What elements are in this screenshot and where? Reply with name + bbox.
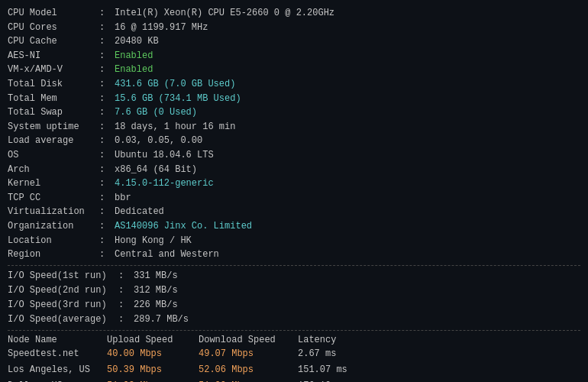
node-name: Speedtest.net bbox=[8, 346, 107, 362]
io-row: I/O Speed(3rd run): 226 MB/s bbox=[8, 298, 580, 312]
speedtest-section: Node NameUpload SpeedDownload SpeedLaten… bbox=[8, 334, 580, 382]
speedtest-row: Dallas, US51.93 Mbps51.00 Mbps176.10 ms bbox=[8, 378, 580, 382]
row-value: 18 days, 1 hour 16 min bbox=[115, 120, 235, 134]
row-label: System uptime bbox=[8, 120, 99, 134]
upload-speed: 40.00 Mbps bbox=[107, 346, 199, 362]
row-value: 7.6 GB (0 Used) bbox=[115, 105, 197, 120]
row-label: Arch bbox=[8, 163, 99, 177]
divider-2 bbox=[8, 330, 580, 331]
io-value: 226 MB/s bbox=[134, 298, 178, 312]
row-label: Total Swap bbox=[8, 105, 99, 120]
row-value: bbr bbox=[115, 191, 131, 206]
speedtest-row: Los Angeles, US50.39 Mbps52.06 Mbps151.0… bbox=[8, 362, 580, 378]
speedtest-header-1: Upload Speed bbox=[107, 334, 199, 346]
row-label: TCP CC bbox=[8, 191, 99, 206]
io-row: I/O Speed(1st run): 331 MB/s bbox=[8, 269, 580, 283]
latency: 2.67 ms bbox=[298, 346, 580, 362]
io-label: I/O Speed(3rd run) bbox=[8, 298, 118, 312]
row-value: 0.03, 0.05, 0.00 bbox=[115, 134, 202, 148]
download-speed: 52.06 Mbps bbox=[199, 362, 298, 378]
row-value: Intel(R) Xeon(R) CPU E5-2660 0 @ 2.20GHz bbox=[115, 6, 334, 21]
row-value: Hong Kong / HK bbox=[115, 234, 192, 248]
system-info-row: Kernel: 4.15.0-112-generic bbox=[8, 176, 580, 191]
system-info-row: CPU Cores: 16 @ 1199.917 MHz bbox=[8, 21, 580, 35]
latency: 176.10 ms bbox=[298, 378, 580, 382]
row-label: Kernel bbox=[8, 176, 99, 191]
system-info-row: Load average: 0.03, 0.05, 0.00 bbox=[8, 134, 580, 148]
io-label: I/O Speed(average) bbox=[8, 312, 118, 327]
system-info-row: Organization: AS140096 Jinx Co. Limited bbox=[8, 219, 580, 234]
system-info-row: Region: Central and Western bbox=[8, 248, 580, 262]
row-label: CPU Cache bbox=[8, 34, 99, 49]
latency: 151.07 ms bbox=[298, 362, 580, 378]
row-value: Enabled bbox=[115, 63, 153, 77]
io-row: I/O Speed(2nd run): 312 MB/s bbox=[8, 283, 580, 298]
row-label: Region bbox=[8, 248, 99, 262]
system-info-row: VM-x/AMD-V: Enabled bbox=[8, 63, 580, 77]
row-label: Location bbox=[8, 234, 99, 248]
io-value: 289.7 MB/s bbox=[134, 312, 189, 327]
io-value: 331 MB/s bbox=[134, 269, 178, 283]
row-value: 16 @ 1199.917 MHz bbox=[115, 21, 208, 35]
system-info-row: Arch: x86_64 (64 Bit) bbox=[8, 163, 580, 177]
row-value: Central and Western bbox=[115, 248, 219, 262]
speedtest-header-0: Node Name bbox=[8, 334, 107, 346]
system-info-row: Total Mem: 15.6 GB (734.1 MB Used) bbox=[8, 92, 580, 106]
speedtest-row: Speedtest.net40.00 Mbps49.07 Mbps2.67 ms bbox=[8, 346, 580, 362]
upload-speed: 51.93 Mbps bbox=[107, 378, 199, 382]
row-label: CPU Model bbox=[8, 6, 99, 21]
io-label: I/O Speed(2nd run) bbox=[8, 283, 118, 298]
system-info-row: Location: Hong Kong / HK bbox=[8, 234, 580, 248]
system-info-row: Total Swap: 7.6 GB (0 Used) bbox=[8, 105, 580, 120]
row-value: Enabled bbox=[115, 49, 153, 63]
io-label: I/O Speed(1st run) bbox=[8, 269, 118, 283]
system-info-row: AES-NI: Enabled bbox=[8, 49, 580, 63]
io-row: I/O Speed(average): 289.7 MB/s bbox=[8, 312, 580, 327]
row-label: Total Disk bbox=[8, 77, 99, 92]
row-label: VM-x/AMD-V bbox=[8, 63, 99, 77]
row-value: x86_64 (64 Bit) bbox=[115, 163, 197, 177]
row-label: Organization bbox=[8, 219, 99, 234]
download-speed: 51.00 Mbps bbox=[199, 378, 298, 382]
system-info-row: CPU Model: Intel(R) Xeon(R) CPU E5-2660 … bbox=[8, 6, 580, 21]
node-name: Dallas, US bbox=[8, 378, 107, 382]
system-info-row: OS: Ubuntu 18.04.6 LTS bbox=[8, 148, 580, 163]
divider-1 bbox=[8, 265, 580, 266]
row-label: CPU Cores bbox=[8, 21, 99, 35]
row-value: 20480 KB bbox=[115, 34, 159, 49]
row-value: 431.6 GB (7.0 GB Used) bbox=[115, 77, 235, 92]
system-info-section: CPU Model: Intel(R) Xeon(R) CPU E5-2660 … bbox=[8, 6, 580, 262]
speedtest-table: Node NameUpload SpeedDownload SpeedLaten… bbox=[8, 334, 580, 382]
row-value: Ubuntu 18.04.6 LTS bbox=[115, 148, 214, 163]
row-label: OS bbox=[8, 148, 99, 163]
row-value: AS140096 Jinx Co. Limited bbox=[115, 219, 252, 234]
system-info-row: System uptime: 18 days, 1 hour 16 min bbox=[8, 120, 580, 134]
system-info-row: Total Disk: 431.6 GB (7.0 GB Used) bbox=[8, 77, 580, 92]
row-label: Load average bbox=[8, 134, 99, 148]
speedtest-header-2: Download Speed bbox=[199, 334, 298, 346]
upload-speed: 50.39 Mbps bbox=[107, 362, 199, 378]
download-speed: 49.07 Mbps bbox=[199, 346, 298, 362]
row-value: Dedicated bbox=[115, 205, 164, 219]
speedtest-header-3: Latency bbox=[298, 334, 580, 346]
row-value: 15.6 GB (734.1 MB Used) bbox=[115, 92, 241, 106]
system-info-row: TCP CC: bbr bbox=[8, 191, 580, 206]
row-label: Virtualization bbox=[8, 205, 99, 219]
row-value: 4.15.0-112-generic bbox=[115, 176, 214, 191]
row-label: Total Mem bbox=[8, 92, 99, 106]
node-name: Los Angeles, US bbox=[8, 362, 107, 378]
io-speed-section: I/O Speed(1st run): 331 MB/sI/O Speed(2n… bbox=[8, 269, 580, 328]
system-info-row: CPU Cache: 20480 KB bbox=[8, 34, 580, 49]
row-label: AES-NI bbox=[8, 49, 99, 63]
system-info-row: Virtualization: Dedicated bbox=[8, 205, 580, 219]
io-value: 312 MB/s bbox=[134, 283, 178, 298]
